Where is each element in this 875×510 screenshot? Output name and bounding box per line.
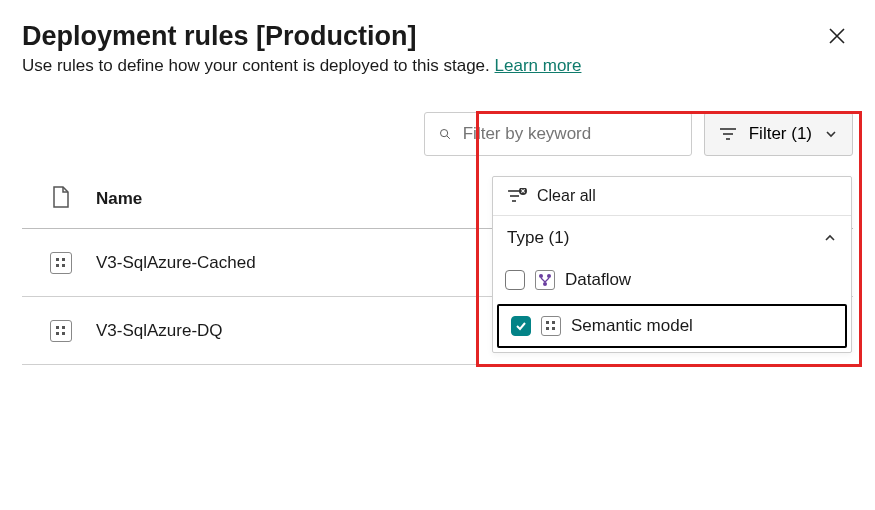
search-box[interactable] bbox=[424, 112, 692, 156]
filter-dropdown-panel: Clear all Type (1) Dataflow bbox=[492, 176, 852, 353]
search-icon bbox=[439, 125, 451, 143]
clear-filter-icon bbox=[507, 188, 527, 204]
checkbox-unchecked[interactable] bbox=[505, 270, 525, 290]
dataflow-icon bbox=[535, 270, 555, 290]
file-icon bbox=[52, 186, 70, 208]
close-icon bbox=[827, 26, 847, 46]
clear-all-button[interactable]: Clear all bbox=[493, 177, 851, 216]
search-input[interactable] bbox=[461, 123, 677, 145]
svg-point-9 bbox=[539, 274, 543, 278]
filter-icon bbox=[719, 127, 737, 141]
close-button[interactable] bbox=[821, 20, 853, 52]
chevron-down-icon bbox=[824, 127, 838, 141]
svg-point-11 bbox=[543, 282, 547, 286]
page-subtitle: Use rules to define how your content is … bbox=[22, 56, 853, 76]
semantic-model-icon bbox=[50, 320, 72, 342]
column-header-name[interactable]: Name bbox=[96, 189, 142, 209]
filter-option-label: Semantic model bbox=[571, 316, 693, 336]
checkbox-checked[interactable] bbox=[511, 316, 531, 336]
item-name: V3-SqlAzure-DQ bbox=[96, 321, 223, 341]
svg-point-0 bbox=[440, 130, 447, 137]
item-name: V3-SqlAzure-Cached bbox=[96, 253, 256, 273]
svg-line-1 bbox=[447, 136, 450, 139]
filter-option-dataflow[interactable]: Dataflow bbox=[493, 258, 851, 302]
filter-option-label: Dataflow bbox=[565, 270, 631, 290]
filter-button[interactable]: Filter (1) bbox=[704, 112, 853, 156]
filter-section-type[interactable]: Type (1) bbox=[493, 216, 851, 258]
page-title: Deployment rules [Production] bbox=[22, 21, 821, 52]
svg-point-10 bbox=[547, 274, 551, 278]
semantic-model-icon bbox=[50, 252, 72, 274]
filter-option-semantic-model[interactable]: Semantic model bbox=[497, 304, 847, 348]
semantic-model-icon bbox=[541, 316, 561, 336]
learn-more-link[interactable]: Learn more bbox=[495, 56, 582, 75]
chevron-up-icon bbox=[823, 231, 837, 245]
